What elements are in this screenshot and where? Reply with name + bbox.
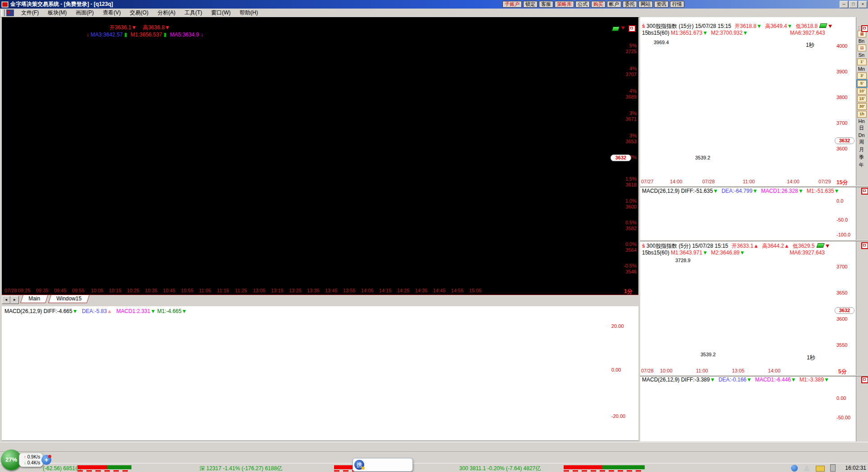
chip-icon[interactable] — [819, 23, 827, 28]
menu-item[interactable]: 工具(T) — [180, 9, 207, 17]
main-ma-overlay: ↓ MA3:3642.57 ▮ M1:3656.537 ▮ MA5:3634.9… — [86, 32, 203, 38]
period-button-1h[interactable]: 1h — [857, 111, 867, 118]
price-label: 3900 — [836, 69, 860, 74]
price-label: 3600 — [836, 316, 860, 322]
axis-price-label: 3725 — [610, 49, 637, 54]
ime-toolbar[interactable]: 携 — [353, 458, 413, 472]
titlebar-button[interactable]: 购买 — [591, 1, 606, 8]
sh-dash-bar — [77, 470, 131, 472]
down-arrow-icon: ▼ — [165, 24, 170, 31]
panel5-high: 高3644.2 — [762, 243, 784, 249]
titlebar-button[interactable]: 子账户 — [502, 1, 522, 8]
axis-price-label: 3582 — [610, 226, 637, 231]
ime-logo-icon[interactable]: 携 — [354, 460, 364, 470]
period-button-30'[interactable]: 30' — [857, 103, 867, 110]
annotation-high: 3728.9 — [675, 258, 691, 263]
axis-price-label: 3671 — [610, 116, 637, 122]
titlebar-quick-buttons: 子账户锁定客服策略库公式购买帐户委托网站资讯行情 — [502, 1, 684, 8]
network-globe-icon[interactable] — [791, 465, 798, 472]
period-label-季[interactable]: 季 — [856, 154, 867, 161]
titlebar-button[interactable]: 公式 — [575, 1, 590, 8]
sheet-tabs: MainWindow15 — [19, 295, 88, 303]
titlebar-button[interactable]: 网站 — [638, 1, 653, 8]
scroll-down-icon[interactable] — [621, 27, 625, 30]
square-icon: ▮ — [163, 32, 167, 38]
time-label: 13:15 — [271, 288, 284, 293]
period-label-年[interactable]: 年 — [856, 162, 867, 168]
netspeed-widget[interactable]: 27% ↑ 0.9K/s ↓ 0.4K/s + — [1, 449, 51, 470]
period-button-1'[interactable]: 1' — [857, 59, 867, 65]
minimize-button[interactable]: ─ — [840, 1, 848, 8]
time-label: 09:45 — [54, 288, 67, 293]
alert-bell-icon[interactable] — [803, 465, 810, 471]
menu-item[interactable]: 文件(F) — [17, 9, 43, 17]
restore-window-icon[interactable] — [861, 25, 868, 32]
price-label: 3600 — [836, 146, 860, 151]
titlebar-button[interactable]: 资讯 — [654, 1, 669, 8]
restore-button[interactable]: □ — [849, 1, 858, 8]
menu-item[interactable]: 分析(A) — [153, 9, 180, 17]
scroll-down-icon[interactable] — [826, 245, 829, 248]
time-label: 14:00 — [768, 368, 781, 373]
axis-percent-label: 1.0% — [610, 198, 637, 204]
menu-item[interactable]: 窗口(W) — [207, 9, 235, 17]
period-label-Dn[interactable]: Dn — [856, 132, 867, 138]
sheet-tab-row: ◂ ▸ MainWindow15 — [2, 295, 638, 307]
tab-scroll-left-icon[interactable]: ◂ — [2, 296, 10, 304]
up-arrow-icon: ▲ — [107, 308, 112, 314]
restore-window-icon[interactable] — [861, 377, 868, 383]
close-button[interactable]: × — [859, 1, 867, 8]
menu-item[interactable]: 板块(M) — [43, 9, 71, 17]
titlebar-button[interactable]: 客服 — [539, 1, 553, 8]
period-button-10'[interactable]: 10' — [857, 88, 867, 95]
up-arrow-icon: ▲ — [784, 243, 789, 249]
titlebar-button[interactable]: 行情 — [670, 1, 684, 8]
menu-item[interactable]: 画面(P) — [71, 9, 98, 17]
time-label: 13:25 — [289, 288, 302, 293]
time-label: 10:35 — [145, 288, 158, 293]
window-controls: ─□× — [840, 1, 867, 8]
time-label: 14:05 — [361, 288, 374, 293]
period-label-日[interactable]: 日 — [856, 125, 867, 132]
sheet-tab-main[interactable]: Main — [20, 295, 48, 303]
time-label: 14:00 — [787, 179, 800, 184]
restore-window-icon[interactable] — [861, 242, 868, 249]
restore-window-icon[interactable] — [628, 25, 636, 32]
titlebar-button[interactable]: 帐户 — [607, 1, 621, 8]
menu-item[interactable]: 查看(V) — [98, 9, 125, 17]
titlebar-button[interactable]: 策略库 — [555, 1, 574, 8]
menu-item[interactable]: 交易(O) — [125, 9, 153, 17]
menu-item[interactable]: 帮助(H) — [235, 9, 262, 17]
scroll-down-icon[interactable] — [828, 25, 832, 28]
down-arrow-icon: ▼ — [742, 30, 748, 36]
add-button[interactable]: + — [41, 455, 51, 465]
sheet-tab-window15[interactable]: Window15 — [48, 295, 90, 303]
titlebar-button[interactable]: 锁定 — [523, 1, 538, 8]
time-label: 10:05 — [91, 288, 104, 293]
main-chart-canvas[interactable] — [2, 17, 638, 295]
panel5-period-label[interactable]: 5分 — [838, 368, 847, 376]
macd-canvas[interactable] — [2, 306, 638, 440]
indicator-toolbar — [0, 451, 868, 463]
period-label-周[interactable]: 周 — [856, 139, 867, 145]
titlebar-button[interactable]: 委托 — [623, 1, 637, 8]
period-button-5'[interactable]: 5' — [857, 80, 867, 87]
axis-percent-label: 4% — [610, 66, 637, 71]
axis-price-label: 3618 — [610, 182, 637, 187]
battery-icon[interactable] — [830, 464, 836, 472]
panel5-low: 低3629.5 — [793, 243, 815, 249]
menu-items: 文件(F)板块(M)画面(P)查看(V)交易(O)分析(A)工具(T)窗口(W)… — [17, 9, 262, 17]
panel15-period-label[interactable]: 15分 — [836, 179, 848, 186]
period-label-Sn[interactable]: Sn — [856, 52, 867, 58]
axis-price-label: 3564 — [610, 247, 637, 253]
restore-window-icon[interactable] — [861, 188, 868, 195]
mail-icon[interactable] — [816, 466, 825, 472]
sh-volume-bar — [77, 465, 131, 469]
panel5-title: 300股指指数 (5分) — [646, 243, 691, 249]
chip-icon[interactable] — [816, 243, 824, 248]
sheet-tab-label: Main — [28, 295, 40, 303]
price-label: 4000 — [836, 43, 860, 49]
tab-scroll-right-icon[interactable]: ▸ — [10, 296, 19, 304]
open-value: 开3636.1 — [109, 24, 131, 31]
macd15-header: MACD(26,12,9) DIFF:-51.635▼ DEA:-64.799▼… — [642, 188, 839, 194]
